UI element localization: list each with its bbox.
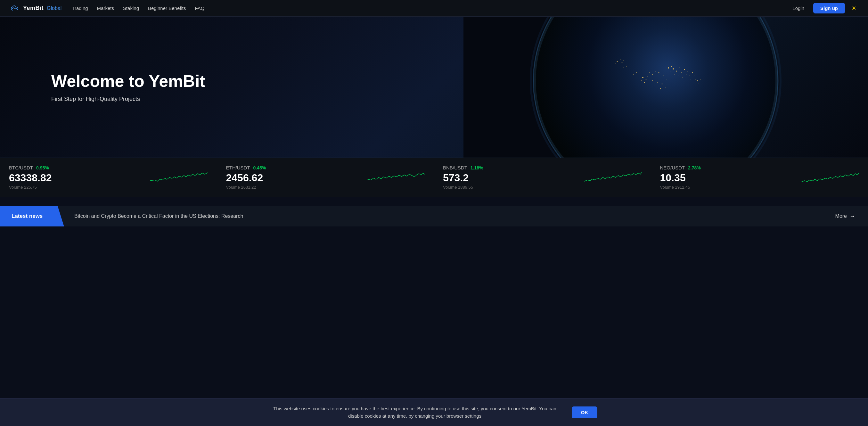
hero-globe xyxy=(347,17,868,158)
logo-icon xyxy=(10,4,21,12)
ticker-neo-volume: Volume 2912.45 xyxy=(660,185,701,190)
login-button[interactable]: Login xyxy=(788,3,808,13)
ticker-bnb-volume: Volume 1889.55 xyxy=(443,185,483,190)
svg-point-12 xyxy=(641,81,642,81)
ticker-btc-price: 63338.82 xyxy=(9,172,52,184)
svg-point-30 xyxy=(655,71,656,71)
svg-point-19 xyxy=(662,84,663,85)
svg-point-9 xyxy=(623,61,624,61)
ticker-bnb-chart xyxy=(584,168,642,187)
svg-point-13 xyxy=(644,82,645,83)
svg-point-25 xyxy=(636,72,637,73)
ticker-neo-change: 2.78% xyxy=(688,165,701,171)
ticker-eth-info: ETH/USDT 0.45% 2456.62 Volume 2631.22 xyxy=(226,165,266,190)
ticker-neo-pair-row: NEO/USDT 2.78% xyxy=(660,165,701,171)
hero-content: Welcome to YemBit First Step for High-Qu… xyxy=(0,72,205,103)
svg-point-44 xyxy=(687,71,688,71)
svg-point-24 xyxy=(630,71,630,71)
news-more-button[interactable]: More → xyxy=(823,213,868,220)
ticker-bnb-pair-row: BNB/USDT 1.18% xyxy=(443,165,483,171)
svg-point-28 xyxy=(649,72,650,73)
nav-item-markets[interactable]: Markets xyxy=(97,5,114,11)
ticker-btc-pair: BTC/USDT xyxy=(9,165,33,171)
nav-item-staking[interactable]: Staking xyxy=(123,5,139,11)
svg-point-2 xyxy=(534,17,777,158)
svg-point-21 xyxy=(660,88,661,89)
svg-point-52 xyxy=(700,79,701,80)
news-bar: Latest news Bitcoin and Crypto Become a … xyxy=(0,206,868,226)
svg-point-11 xyxy=(646,79,647,80)
ticker-btc-pair-row: BTC/USDT 0.95% xyxy=(9,165,52,171)
svg-point-8 xyxy=(622,62,623,63)
svg-point-33 xyxy=(666,79,667,80)
hero-title: Welcome to YemBit xyxy=(51,72,205,91)
svg-point-18 xyxy=(673,68,674,69)
news-label: Latest news xyxy=(0,206,64,226)
svg-point-23 xyxy=(626,66,627,67)
hero-section: Welcome to YemBit First Step for High-Qu… xyxy=(0,17,868,158)
svg-point-37 xyxy=(676,71,677,72)
ticker-bnb-change: 1.18% xyxy=(470,165,483,171)
ticker-strip: BTC/USDT 0.95% 63338.82 Volume 225.75 ET… xyxy=(0,158,868,197)
ticker-item-eth[interactable]: ETH/USDT 0.45% 2456.62 Volume 2631.22 xyxy=(217,158,434,197)
ticker-eth-chart xyxy=(367,168,425,187)
signup-button[interactable]: Sign up xyxy=(813,3,845,13)
hero-subtitle: First Step for High-Quality Projects xyxy=(51,96,205,102)
ticker-btc-info: BTC/USDT 0.95% 63338.82 Volume 225.75 xyxy=(9,165,52,190)
svg-point-36 xyxy=(675,74,675,74)
navbar: YemBit Global Trading Markets Staking Be… xyxy=(0,0,868,17)
ticker-item-btc[interactable]: BTC/USDT 0.95% 63338.82 Volume 225.75 xyxy=(0,158,217,197)
ticker-item-neo[interactable]: NEO/USDT 2.78% 10.35 Volume 2912.45 xyxy=(651,158,868,197)
svg-point-22 xyxy=(623,68,624,68)
svg-point-48 xyxy=(694,75,694,76)
news-headline: Bitcoin and Crypto Become a Critical Fac… xyxy=(64,213,823,219)
ticker-neo-price: 10.35 xyxy=(660,172,701,184)
ticker-eth-change: 0.45% xyxy=(253,165,266,171)
svg-point-20 xyxy=(665,87,665,87)
nav-left: YemBit Global Trading Markets Staking Be… xyxy=(10,4,204,12)
svg-point-17 xyxy=(670,71,671,71)
logo: YemBit Global xyxy=(10,4,62,12)
ticker-bnb-info: BNB/USDT 1.18% 573.2 Volume 1889.55 xyxy=(443,165,483,190)
logo-text-global: Global xyxy=(47,5,62,11)
ticker-item-bnb[interactable]: BNB/USDT 1.18% 573.2 Volume 1889.55 xyxy=(434,158,651,197)
svg-point-43 xyxy=(686,74,686,74)
ticker-btc-volume: Volume 225.75 xyxy=(9,185,52,190)
ticker-eth-volume: Volume 2631.22 xyxy=(226,185,266,190)
nav-links: Trading Markets Staking Beginner Benefit… xyxy=(72,5,204,11)
svg-point-15 xyxy=(668,67,669,68)
theme-toggle-button[interactable]: ☀ xyxy=(850,3,858,13)
ticker-eth-pair: ETH/USDT xyxy=(226,165,250,171)
svg-point-26 xyxy=(633,74,633,74)
ticker-btc-chart xyxy=(150,168,208,187)
ticker-btc-change: 0.95% xyxy=(36,165,49,171)
svg-point-34 xyxy=(652,81,653,81)
news-more-label: More xyxy=(835,213,847,219)
nav-right: Login Sign up ☀ xyxy=(788,3,858,13)
svg-point-27 xyxy=(638,75,638,76)
ticker-eth-pair-row: ETH/USDT 0.45% xyxy=(226,165,266,171)
sun-icon: ☀ xyxy=(851,5,857,11)
ticker-bnb-price: 573.2 xyxy=(443,172,483,184)
nav-item-trading[interactable]: Trading xyxy=(72,5,88,11)
nav-item-faq[interactable]: FAQ xyxy=(195,5,204,11)
svg-point-31 xyxy=(658,72,659,73)
ticker-eth-price: 2456.62 xyxy=(226,172,266,184)
nav-item-beginner[interactable]: Beginner Benefits xyxy=(148,5,186,11)
svg-point-5 xyxy=(617,61,618,62)
svg-point-6 xyxy=(620,60,621,60)
svg-point-10 xyxy=(642,77,644,78)
svg-point-7 xyxy=(615,63,616,63)
logo-text-yem: YemBit xyxy=(23,5,43,11)
svg-point-46 xyxy=(690,79,691,80)
svg-point-38 xyxy=(678,75,678,76)
arrow-right-icon: → xyxy=(849,213,855,220)
svg-point-47 xyxy=(692,72,693,73)
svg-point-29 xyxy=(652,74,653,74)
svg-point-45 xyxy=(689,75,690,76)
svg-point-50 xyxy=(697,81,698,81)
svg-point-40 xyxy=(681,72,682,73)
svg-point-42 xyxy=(684,69,685,70)
svg-point-16 xyxy=(671,66,672,67)
svg-point-39 xyxy=(679,68,680,68)
